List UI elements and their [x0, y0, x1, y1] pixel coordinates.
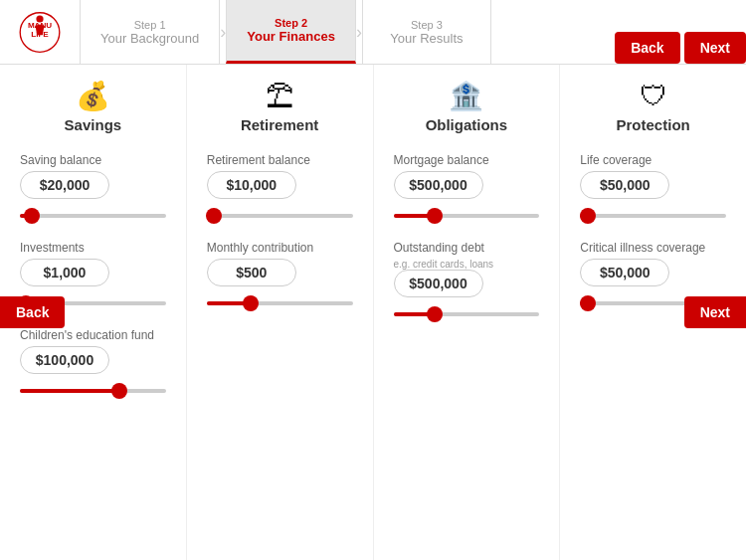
col-header-protection: 🛡Protection [580, 80, 726, 133]
slider-track-retirement-balance [207, 214, 353, 218]
steps-nav: Step 1 Your Background › Step 2 Your Fin… [80, 0, 607, 64]
slider-thumb-children-education[interactable] [111, 383, 127, 399]
slider-thumb-retirement-balance[interactable] [206, 208, 222, 224]
back-button[interactable]: Back [615, 32, 679, 64]
step2-label: Your Finances [247, 29, 335, 44]
step-2[interactable]: Step 2 Your Finances [226, 0, 356, 64]
field-group-life-coverage: Life coverage$50,000 [580, 153, 726, 223]
app-header: MANU LIFE Step 1 Your Background › Step … [0, 0, 746, 65]
field-label-children-education: Children's education fund [20, 328, 166, 342]
value-box-life-coverage[interactable]: $50,000 [580, 171, 669, 199]
field-sublabel-outstanding-debt: e.g. credit cards, loans [394, 259, 540, 270]
slider-thumb-saving-balance[interactable] [24, 208, 40, 224]
step3-number: Step 3 [411, 19, 443, 31]
brand-logo: MANU LIFE [15, 10, 65, 55]
field-label-life-coverage: Life coverage [580, 153, 726, 167]
col-header-retirement: ⛱Retirement [207, 80, 353, 133]
slider-thumb-life-coverage[interactable] [580, 208, 596, 224]
step-3[interactable]: Step 3 Your Results [362, 0, 491, 64]
field-label-outstanding-debt: Outstanding debt [394, 241, 540, 255]
col-title-protection: Protection [617, 116, 690, 133]
slider-fill-children-education [20, 389, 119, 393]
slider-outstanding-debt[interactable] [394, 307, 540, 321]
field-group-mortgage-balance: Mortgage balance$500,000 [394, 153, 540, 223]
slider-mortgage-balance[interactable] [394, 209, 540, 223]
value-box-retirement-balance[interactable]: $10,000 [207, 171, 296, 199]
field-group-outstanding-debt: Outstanding debte.g. credit cards, loans… [394, 241, 540, 321]
slider-thumb-outstanding-debt[interactable] [427, 306, 443, 322]
logo: MANU LIFE [0, 0, 80, 65]
slider-track-saving-balance [20, 214, 166, 218]
col-title-savings: Savings [65, 116, 122, 133]
slider-thumb-critical-illness[interactable] [580, 295, 596, 311]
next-button-main[interactable]: Next [684, 296, 746, 328]
field-label-monthly-contribution: Monthly contribution [207, 241, 353, 255]
value-box-mortgage-balance[interactable]: $500,000 [394, 171, 483, 199]
column-obligations: 🏦ObligationsMortgage balance$500,000Outs… [374, 65, 561, 560]
field-group-retirement-balance: Retirement balance$10,000 [207, 153, 353, 223]
field-label-saving-balance: Saving balance [20, 153, 166, 167]
field-group-monthly-contribution: Monthly contribution$500 [207, 241, 353, 310]
value-box-children-education[interactable]: $100,000 [20, 346, 109, 374]
obligations-icon: 🏦 [449, 80, 483, 112]
value-box-saving-balance[interactable]: $20,000 [20, 171, 109, 199]
step1-label: Your Background [100, 31, 199, 46]
slider-track-life-coverage [580, 214, 726, 218]
field-label-retirement-balance: Retirement balance [207, 153, 353, 167]
field-group-saving-balance: Saving balance$20,000 [20, 153, 166, 223]
field-label-mortgage-balance: Mortgage balance [394, 153, 540, 167]
main-content: Back Next 💰SavingsSaving balance$20,000I… [0, 65, 746, 560]
col-header-obligations: 🏦Obligations [394, 80, 540, 133]
back-button-main[interactable]: Back [0, 296, 65, 328]
step-1[interactable]: Step 1 Your Background [80, 0, 220, 64]
value-box-critical-illness[interactable]: $50,000 [580, 259, 669, 286]
slider-saving-balance[interactable] [20, 209, 166, 223]
protection-icon: 🛡 [640, 80, 667, 112]
column-retirement: ⛱RetirementRetirement balance$10,000Mont… [187, 65, 374, 560]
next-button[interactable]: Next [684, 32, 746, 64]
value-box-monthly-contribution[interactable]: $500 [207, 259, 296, 286]
col-title-retirement: Retirement [241, 116, 318, 133]
step1-number: Step 1 [134, 19, 166, 31]
slider-life-coverage[interactable] [580, 209, 726, 223]
svg-point-3 [36, 15, 43, 22]
slider-retirement-balance[interactable] [207, 209, 353, 223]
value-box-outstanding-debt[interactable]: $500,000 [394, 270, 483, 297]
slider-monthly-contribution[interactable] [207, 296, 353, 310]
savings-icon: 💰 [76, 80, 110, 112]
col-title-obligations: Obligations [426, 116, 508, 133]
retirement-icon: ⛱ [266, 80, 293, 112]
col-header-savings: 💰Savings [20, 80, 166, 133]
field-label-critical-illness: Critical illness coverage [580, 241, 726, 255]
slider-thumb-mortgage-balance[interactable] [427, 208, 443, 224]
field-group-children-education: Children's education fund$100,000 [20, 328, 166, 398]
field-label-investments: Investments [20, 241, 166, 255]
step3-label: Your Results [390, 31, 463, 46]
slider-thumb-monthly-contribution[interactable] [243, 295, 259, 311]
slider-children-education[interactable] [20, 384, 166, 398]
step2-number: Step 2 [275, 17, 307, 29]
value-box-investments[interactable]: $1,000 [20, 259, 109, 286]
